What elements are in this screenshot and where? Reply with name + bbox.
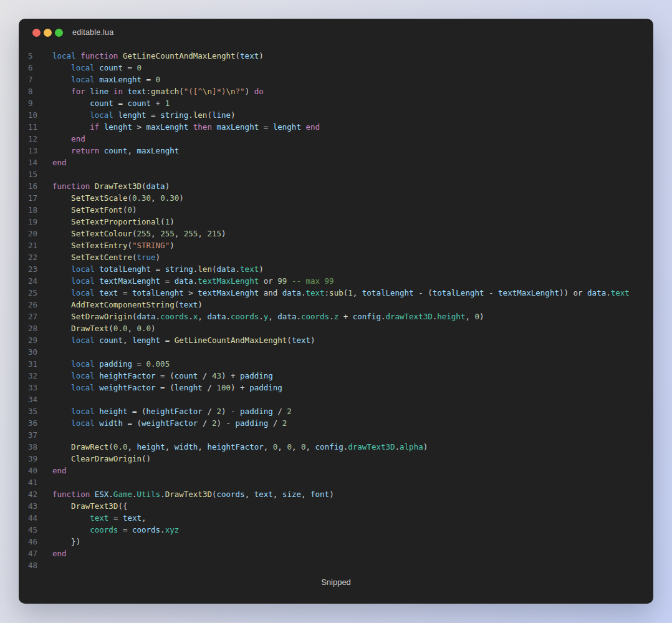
line-number: 11 xyxy=(28,121,52,133)
code-line: 29 local count, lenght = GetLineCountAnd… xyxy=(19,334,653,346)
code-line-text: local heightFactor = (count / 43) + padd… xyxy=(52,370,273,382)
code-line-text: if lenght > maxLenght then maxLenght = l… xyxy=(52,121,320,133)
code-line-text: end xyxy=(52,465,67,476)
line-number: 41 xyxy=(28,476,52,488)
line-number: 31 xyxy=(28,358,52,370)
line-number: 30 xyxy=(28,346,52,358)
line-number: 25 xyxy=(28,287,52,299)
line-number: 5 xyxy=(28,50,52,62)
code-line-text: local text = totalLenght > textMaxLenght… xyxy=(52,287,630,299)
line-number: 20 xyxy=(28,228,52,239)
title-bar: editable.lua xyxy=(19,19,653,46)
code-line: 46 }) xyxy=(19,536,653,548)
code-line-text: for line in text:gmatch("([^\n]*)\n?") d… xyxy=(52,85,264,97)
line-number: 13 xyxy=(28,145,52,157)
line-number: 22 xyxy=(28,251,52,263)
line-number: 33 xyxy=(28,382,52,394)
code-line: 13 return count, maxLenght xyxy=(19,145,653,157)
code-line: 14end xyxy=(19,157,653,168)
code-line: 38 DrawRect(0.0, height, width, heightFa… xyxy=(19,441,653,453)
code-line-text: local count, lenght = GetLineCountAndMax… xyxy=(52,334,315,346)
code-line: 19 SetTextProportional(1) xyxy=(19,216,653,228)
code-line-text: AddTextComponentString(text) xyxy=(52,299,203,311)
code-line-text: function DrawText3D(data) xyxy=(52,180,170,192)
code-line-text: local height = (heightFactor / 2) - padd… xyxy=(52,405,292,417)
line-number: 14 xyxy=(28,157,52,168)
code-line: 21 SetTextEntry("STRING") xyxy=(19,239,653,251)
line-number: 8 xyxy=(28,85,52,97)
code-line-text: local width = (weightFactor / 2) - paddi… xyxy=(52,417,287,429)
code-line-text: SetTextColour(255, 255, 255, 215) xyxy=(52,228,226,239)
code-line-text: DrawText3D({ xyxy=(52,500,127,512)
line-number: 45 xyxy=(28,524,52,536)
code-line: 6 local count = 0 xyxy=(19,62,653,74)
line-number: 36 xyxy=(28,417,52,429)
code-line: 5local function GetLineCountAndMaxLenght… xyxy=(19,50,653,62)
code-line-text: local padding = 0.005 xyxy=(52,358,170,370)
code-line-text: count = count + 1 xyxy=(52,97,170,109)
code-line: 10 local lenght = string.len(line) xyxy=(19,109,653,121)
code-line-text: end xyxy=(52,548,67,559)
snipped-label: Snipped xyxy=(19,577,653,587)
code-line: 12 end xyxy=(19,133,653,145)
code-line: 33 local weightFactor = (lenght / 100) +… xyxy=(19,382,653,394)
minimize-button[interactable] xyxy=(44,29,52,37)
code-line: 25 local text = totalLenght > textMaxLen… xyxy=(19,287,653,299)
code-line: 17 SetTextScale(0.30, 0.30) xyxy=(19,192,653,204)
code-line-text: ClearDrawOrigin() xyxy=(52,453,151,465)
code-window: editable.lua 5local function GetLineCoun… xyxy=(19,19,653,604)
code-line: 34 xyxy=(19,394,653,405)
code-line: 28 DrawText(0.0, 0.0) xyxy=(19,322,653,334)
window-title: editable.lua xyxy=(72,28,113,37)
code-line: 16function DrawText3D(data) xyxy=(19,180,653,192)
line-number: 47 xyxy=(28,548,52,559)
code-line: 11 if lenght > maxLenght then maxLenght … xyxy=(19,121,653,133)
code-line: 40end xyxy=(19,465,653,476)
line-number: 29 xyxy=(28,334,52,346)
line-number: 7 xyxy=(28,74,52,85)
code-line: 39 ClearDrawOrigin() xyxy=(19,453,653,465)
code-line-text: }) xyxy=(52,536,80,548)
code-line-text: text = text, xyxy=(52,512,146,524)
code-line: 42function ESX.Game.Utils.DrawText3D(coo… xyxy=(19,488,653,500)
code-line: 24 local textMaxLenght = data.textMaxLen… xyxy=(19,275,653,287)
close-button[interactable] xyxy=(32,29,41,37)
code-line: 32 local heightFactor = (count / 43) + p… xyxy=(19,370,653,382)
code-line: 43 DrawText3D({ xyxy=(19,500,653,512)
code-line-text: DrawText(0.0, 0.0) xyxy=(52,322,156,334)
line-number: 9 xyxy=(28,97,52,109)
code-line: 41 xyxy=(19,476,653,488)
code-line-text: SetTextCentre(true) xyxy=(52,251,160,263)
code-line: 7 local maxLenght = 0 xyxy=(19,74,653,85)
code-line-text: SetTextEntry("STRING") xyxy=(52,239,175,251)
line-number: 28 xyxy=(28,322,52,334)
line-number: 18 xyxy=(28,204,52,216)
code-line-text: coords = coords.xyz xyxy=(52,524,179,536)
code-line: 27 SetDrawOrigin(data.coords.x, data.coo… xyxy=(19,311,653,322)
line-number: 16 xyxy=(28,180,52,192)
line-number: 21 xyxy=(28,239,52,251)
line-number: 17 xyxy=(28,192,52,204)
line-number: 35 xyxy=(28,405,52,417)
line-number: 39 xyxy=(28,453,52,465)
line-number: 38 xyxy=(28,441,52,453)
line-number: 43 xyxy=(28,500,52,512)
code-line-text: end xyxy=(52,157,67,168)
code-line-text: local count = 0 xyxy=(52,62,142,74)
code-line-text: DrawRect(0.0, height, width, heightFacto… xyxy=(52,441,428,453)
code-editor[interactable]: 5local function GetLineCountAndMaxLenght… xyxy=(19,46,653,571)
code-line: 44 text = text, xyxy=(19,512,653,524)
zoom-button[interactable] xyxy=(55,29,63,37)
line-number: 12 xyxy=(28,133,52,145)
code-line-text: local totalLenght = string.len(data.text… xyxy=(52,263,264,275)
code-line: 9 count = count + 1 xyxy=(19,97,653,109)
code-line: 20 SetTextColour(255, 255, 255, 215) xyxy=(19,228,653,239)
code-line: 48 xyxy=(19,559,653,571)
line-number: 27 xyxy=(28,311,52,322)
code-line-text: return count, maxLenght xyxy=(52,145,179,157)
code-line: 36 local width = (weightFactor / 2) - pa… xyxy=(19,417,653,429)
line-number: 44 xyxy=(28,512,52,524)
code-line-text: SetTextScale(0.30, 0.30) xyxy=(52,192,184,204)
code-line-text: local weightFactor = (lenght / 100) + pa… xyxy=(52,382,282,394)
line-number: 40 xyxy=(28,465,52,476)
